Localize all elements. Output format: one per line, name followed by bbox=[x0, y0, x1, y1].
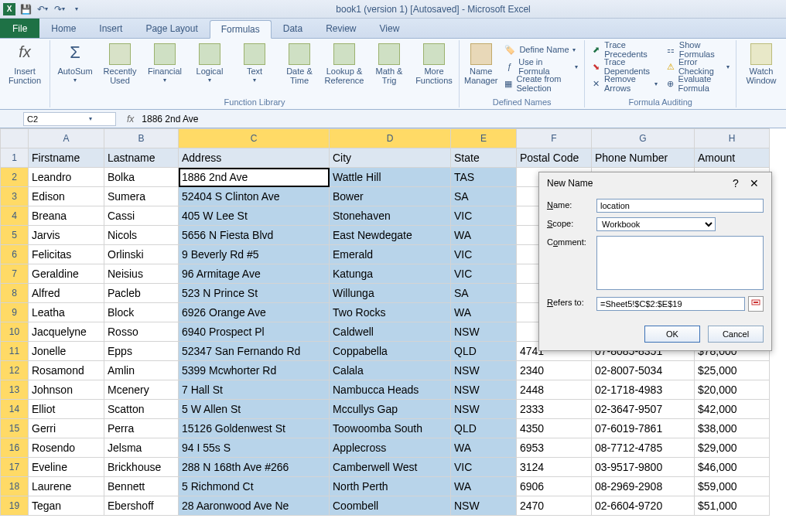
cell[interactable]: Mcenery bbox=[104, 380, 179, 400]
name-box[interactable]: ▾ bbox=[23, 112, 116, 126]
cell[interactable]: Bower bbox=[330, 187, 451, 206]
cell[interactable]: Alfred bbox=[29, 284, 104, 303]
cell[interactable]: Jonelle bbox=[29, 342, 104, 361]
cell[interactable]: 94 I 55s S bbox=[179, 438, 330, 458]
define-name-button[interactable]: 🏷️Define Name ▾ bbox=[502, 42, 579, 57]
tab-insert[interactable]: Insert bbox=[87, 19, 134, 38]
scope-select[interactable]: Workbook bbox=[596, 217, 716, 231]
use-in-formula-button[interactable]: ƒUse in Formula ▾ bbox=[502, 59, 579, 74]
cell[interactable]: $29,000 bbox=[695, 438, 770, 458]
row-header-7[interactable]: 7 bbox=[1, 264, 29, 284]
col-header-D[interactable]: D bbox=[330, 129, 451, 148]
cell[interactable]: 28 Aaronwood Ave Ne bbox=[179, 496, 330, 516]
cell[interactable]: Wattle Hill bbox=[330, 168, 451, 187]
cell[interactable]: 07-6019-7861 bbox=[592, 419, 695, 438]
cell[interactable]: Geraldine bbox=[29, 264, 104, 284]
cell[interactable]: VIC bbox=[451, 264, 517, 284]
col-header-C[interactable]: C bbox=[179, 129, 330, 148]
cell[interactable]: 96 Armitage Ave bbox=[179, 264, 330, 284]
row-header-12[interactable]: 12 bbox=[1, 361, 29, 380]
cell[interactable]: NSW bbox=[451, 496, 517, 516]
cell[interactable]: Breana bbox=[29, 206, 104, 226]
save-icon[interactable]: 💾 bbox=[19, 2, 32, 16]
cell[interactable]: 5 Richmond Ct bbox=[179, 477, 330, 496]
row-header-18[interactable]: 18 bbox=[1, 477, 29, 496]
cell[interactable]: Rosso bbox=[104, 322, 179, 342]
cell[interactable]: WA bbox=[451, 303, 517, 322]
header-cell[interactable]: Postal Code bbox=[517, 148, 592, 168]
autosum-button[interactable]: ΣAutoSum▾ bbox=[55, 40, 95, 84]
cell[interactable]: Leatha bbox=[29, 303, 104, 322]
trace-dependents-button[interactable]: ⬊Trace Dependents bbox=[590, 59, 659, 74]
cell[interactable]: 6953 bbox=[517, 438, 592, 458]
cell[interactable]: 02-3647-9507 bbox=[592, 400, 695, 419]
header-cell[interactable]: Amount bbox=[695, 148, 770, 168]
name-manager-button[interactable]: Name Manager bbox=[464, 40, 497, 85]
cell[interactable]: 523 N Prince St bbox=[179, 284, 330, 303]
row-header-2[interactable]: 2 bbox=[1, 168, 29, 187]
header-cell[interactable]: State bbox=[451, 148, 517, 168]
cell[interactable]: $59,000 bbox=[695, 477, 770, 496]
lookup-button[interactable]: Lookup & Reference bbox=[324, 40, 364, 85]
header-cell[interactable]: City bbox=[330, 148, 451, 168]
row-header-16[interactable]: 16 bbox=[1, 438, 29, 458]
cell[interactable]: Stonehaven bbox=[330, 206, 451, 226]
cell[interactable]: East Newdegate bbox=[330, 226, 451, 245]
col-header-F[interactable]: F bbox=[517, 129, 592, 148]
cell[interactable]: Nicols bbox=[104, 226, 179, 245]
row-header-11[interactable]: 11 bbox=[1, 342, 29, 361]
error-checking-button[interactable]: ⚠Error Checking ▾ bbox=[664, 59, 731, 74]
cell[interactable]: 52404 S Clinton Ave bbox=[179, 187, 330, 206]
cell[interactable]: Coombell bbox=[330, 496, 451, 516]
cell[interactable]: 08-7712-4785 bbox=[592, 438, 695, 458]
cell[interactable]: Edison bbox=[29, 187, 104, 206]
row-header-4[interactable]: 4 bbox=[1, 206, 29, 226]
cell[interactable]: 2448 bbox=[517, 380, 592, 400]
cell[interactable]: Jarvis bbox=[29, 226, 104, 245]
cell[interactable]: NSW bbox=[451, 361, 517, 380]
ok-button[interactable]: OK bbox=[644, 326, 700, 343]
formula-input[interactable] bbox=[138, 114, 786, 124]
row-header-3[interactable]: 3 bbox=[1, 187, 29, 206]
create-from-selection-button[interactable]: ▦Create from Selection bbox=[502, 76, 579, 91]
row-header-15[interactable]: 15 bbox=[1, 419, 29, 438]
cell[interactable]: 3124 bbox=[517, 458, 592, 477]
cell[interactable]: Laurene bbox=[29, 477, 104, 496]
cell[interactable]: Perra bbox=[104, 419, 179, 438]
header-cell[interactable]: Phone Number bbox=[592, 148, 695, 168]
cell[interactable]: 288 N 168th Ave #266 bbox=[179, 458, 330, 477]
remove-arrows-button[interactable]: ✕Remove Arrows ▾ bbox=[590, 76, 659, 91]
row-header-8[interactable]: 8 bbox=[1, 284, 29, 303]
cell[interactable]: 2333 bbox=[517, 400, 592, 419]
tab-data[interactable]: Data bbox=[272, 19, 314, 38]
logical-button[interactable]: Logical▾ bbox=[190, 40, 230, 84]
evaluate-formula-button[interactable]: ⊕Evaluate Formula bbox=[664, 76, 731, 91]
cell[interactable]: 5656 N Fiesta Blvd bbox=[179, 226, 330, 245]
cell[interactable]: Jelsma bbox=[104, 438, 179, 458]
cell[interactable]: 52347 San Fernando Rd bbox=[179, 342, 330, 361]
cell[interactable]: 9 Beverly Rd #5 bbox=[179, 245, 330, 264]
tab-review[interactable]: Review bbox=[314, 19, 367, 38]
insert-function-button[interactable]: fx Insert Function bbox=[5, 40, 45, 85]
cell[interactable]: 02-1718-4983 bbox=[592, 380, 695, 400]
cell[interactable]: Two Rocks bbox=[330, 303, 451, 322]
dialog-close-button[interactable]: ✕ bbox=[745, 177, 764, 189]
cell[interactable]: $38,000 bbox=[695, 419, 770, 438]
row-header-10[interactable]: 10 bbox=[1, 322, 29, 342]
cell[interactable]: Bennett bbox=[104, 477, 179, 496]
header-cell[interactable]: Lastname bbox=[104, 148, 179, 168]
cell[interactable]: 7 Hall St bbox=[179, 380, 330, 400]
cell[interactable]: 03-9517-9800 bbox=[592, 458, 695, 477]
cell[interactable]: Coppabella bbox=[330, 342, 451, 361]
cell[interactable]: 5399 Mcwhorter Rd bbox=[179, 361, 330, 380]
cell[interactable]: VIC bbox=[451, 206, 517, 226]
cell[interactable]: Bolka bbox=[104, 168, 179, 187]
cell[interactable]: 4350 bbox=[517, 419, 592, 438]
cell[interactable]: Gerri bbox=[29, 419, 104, 438]
row-header-13[interactable]: 13 bbox=[1, 380, 29, 400]
row-header-6[interactable]: 6 bbox=[1, 245, 29, 264]
cell[interactable]: Johnson bbox=[29, 380, 104, 400]
cell[interactable]: 6926 Orange Ave bbox=[179, 303, 330, 322]
cell[interactable]: NSW bbox=[451, 322, 517, 342]
cell[interactable]: Caldwell bbox=[330, 322, 451, 342]
